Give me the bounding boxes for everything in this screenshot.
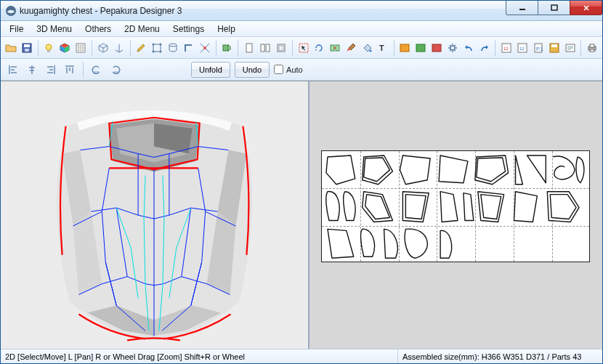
main-toolbar: T 12 12 P.1 — [1, 37, 602, 59]
rotate-right-icon[interactable]: 90 — [108, 62, 124, 78]
unfold-button[interactable]: Unfold — [191, 62, 230, 78]
cube-color-icon[interactable] — [57, 40, 72, 56]
auto-checkbox[interactable] — [274, 65, 283, 74]
svg-rect-38 — [551, 44, 557, 47]
svg-rect-19 — [266, 44, 270, 52]
light-icon[interactable] — [42, 40, 57, 56]
cube-icon[interactable] — [96, 40, 110, 56]
svg-rect-17 — [246, 44, 252, 52]
arrow-select-icon[interactable] — [296, 40, 311, 56]
svg-point-11 — [160, 43, 162, 45]
app-icon — [5, 5, 17, 17]
svg-rect-42 — [590, 49, 594, 52]
text-icon[interactable]: T — [376, 40, 390, 56]
unfolded-parts — [322, 151, 589, 262]
save-disk-icon[interactable] — [547, 40, 562, 56]
menu-file[interactable]: File — [4, 23, 29, 36]
print-icon[interactable] — [585, 40, 599, 56]
menu-2d[interactable]: 2D Menu — [118, 23, 166, 36]
status-right: Assembled size(mm): H366 W351 D371 / Par… — [398, 349, 602, 363]
svg-rect-5 — [25, 49, 29, 52]
app-window: kuugamighty chest - Pepakura Designer 3 … — [0, 0, 603, 364]
svg-point-25 — [369, 49, 371, 52]
minimize-button[interactable] — [506, 1, 538, 15]
gear-icon[interactable] — [445, 40, 460, 56]
svg-rect-41 — [590, 44, 594, 47]
outline-icon[interactable] — [274, 40, 288, 56]
page1-icon[interactable]: P.1 — [531, 40, 546, 56]
workspace — [1, 81, 602, 349]
green-panel-icon[interactable] — [413, 40, 428, 56]
align-right-icon[interactable] — [43, 62, 59, 78]
redo-icon[interactable] — [477, 40, 492, 56]
svg-text:T: T — [379, 44, 384, 52]
svg-rect-29 — [432, 44, 441, 52]
align-left-icon[interactable] — [5, 62, 21, 78]
paintbucket-icon[interactable] — [360, 40, 374, 56]
3d-model — [1, 81, 308, 349]
menu-3d[interactable]: 3D Menu — [31, 23, 78, 36]
svg-rect-27 — [400, 44, 409, 52]
flap-icon[interactable] — [220, 40, 235, 56]
svg-point-15 — [203, 46, 206, 49]
open-icon[interactable] — [4, 40, 18, 56]
svg-rect-9 — [153, 44, 161, 52]
rotate-left-icon[interactable]: 90 — [89, 62, 105, 78]
2d-viewport[interactable] — [309, 81, 602, 349]
window-title: kuugamighty chest - Pepakura Designer 3 — [20, 6, 182, 16]
svg-text:P.1: P.1 — [536, 46, 543, 52]
auto-checkbox-label[interactable]: Auto — [274, 65, 303, 74]
statusbar: 2D [Select/Move] L [Pan] R or Wheel Drag… — [1, 349, 602, 363]
anchor-icon[interactable] — [150, 40, 164, 56]
sub-toolbar: 90 90 Unfold Undo Auto — [1, 59, 602, 81]
svg-rect-16 — [223, 45, 228, 51]
undo-icon[interactable] — [461, 40, 476, 56]
tube-icon[interactable] — [166, 40, 180, 56]
menu-help[interactable]: Help — [211, 23, 241, 36]
rotate-icon[interactable] — [312, 40, 326, 56]
svg-point-10 — [153, 43, 155, 45]
menu-settings[interactable]: Settings — [167, 23, 210, 36]
orange-panel-icon[interactable] — [397, 40, 412, 56]
pencil-icon[interactable] — [134, 40, 148, 56]
svg-rect-7 — [47, 50, 50, 52]
numbers-1-icon[interactable]: 12 — [499, 40, 514, 56]
menu-others[interactable]: Others — [79, 23, 117, 36]
svg-text:90: 90 — [114, 70, 119, 75]
axis-icon[interactable] — [112, 40, 126, 56]
menubar: File 3D Menu Others 2D Menu Settings Hel… — [1, 21, 602, 37]
svg-rect-21 — [279, 46, 283, 50]
maximize-button[interactable] — [538, 1, 570, 15]
join-icon[interactable] — [328, 40, 342, 56]
window-controls — [506, 1, 602, 15]
page-single-icon[interactable] — [242, 40, 256, 56]
texture-icon[interactable] — [73, 40, 88, 56]
options-icon[interactable] — [563, 40, 578, 56]
svg-rect-1 — [519, 9, 525, 10]
svg-point-30 — [450, 46, 455, 50]
undo-button[interactable]: Undo — [235, 62, 270, 78]
svg-point-14 — [169, 44, 177, 46]
paintbrush-icon[interactable] — [344, 40, 358, 56]
svg-rect-28 — [416, 44, 425, 52]
check-edges-icon[interactable] — [198, 40, 212, 56]
align-center-icon[interactable] — [24, 62, 40, 78]
layout-sheet — [321, 150, 590, 262]
svg-rect-23 — [331, 45, 334, 51]
svg-point-13 — [160, 50, 162, 52]
save-icon[interactable] — [20, 40, 34, 56]
3d-viewport[interactable] — [1, 81, 309, 349]
corner-icon[interactable] — [182, 40, 196, 56]
svg-rect-2 — [551, 5, 557, 10]
auto-label-text: Auto — [286, 65, 303, 74]
align-top-icon[interactable] — [62, 62, 78, 78]
status-left: 2D [Select/Move] L [Pan] R or Wheel Drag… — [1, 349, 398, 363]
numbers-2-icon[interactable]: 12 — [515, 40, 530, 56]
svg-rect-24 — [336, 45, 339, 51]
svg-rect-4 — [24, 44, 30, 47]
page-double-icon[interactable] — [258, 40, 272, 56]
red-panel-icon[interactable] — [429, 40, 444, 56]
svg-rect-18 — [261, 44, 264, 52]
svg-text:12: 12 — [503, 46, 509, 51]
close-button[interactable] — [570, 1, 602, 15]
